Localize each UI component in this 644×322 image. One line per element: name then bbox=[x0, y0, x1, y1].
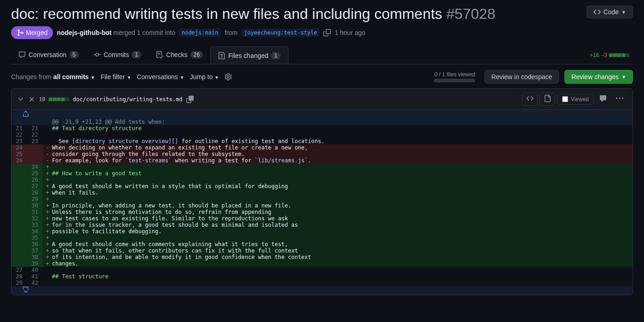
diff-line-added[interactable]: 37+so that when it fails, other contribu… bbox=[12, 247, 632, 254]
diffstat: +16 −3 bbox=[590, 46, 633, 64]
diff-line-deleted[interactable]: 24-When deciding on whether to expand an… bbox=[12, 144, 632, 151]
diff-line[interactable]: 2222 bbox=[12, 132, 632, 138]
review-changes-label: Review changes bbox=[571, 73, 619, 80]
comment-icon bbox=[18, 51, 26, 58]
file-path[interactable]: doc/contributing/writing-tests.md bbox=[73, 96, 182, 103]
tab-commits-label: Commits bbox=[104, 51, 129, 58]
diff-line-added[interactable]: 39+changes. bbox=[12, 260, 632, 267]
progress-bar bbox=[434, 79, 475, 82]
tab-files[interactable]: Files changed 1 bbox=[210, 46, 288, 64]
tab-files-label: Files changed bbox=[228, 52, 268, 59]
expand-down-row[interactable] bbox=[12, 286, 632, 295]
file-sq-add bbox=[61, 98, 65, 101]
all-commits-dropdown[interactable]: all commits ▼ bbox=[53, 73, 95, 80]
diff-line[interactable]: 2121 ## Test directory structure bbox=[12, 125, 632, 132]
diff-line-added[interactable]: 27+A good test should be written in a st… bbox=[12, 183, 632, 190]
gear-icon[interactable] bbox=[224, 73, 232, 80]
diff-line-added[interactable]: 35+ bbox=[12, 235, 632, 241]
tab-checks[interactable]: Checks 26 bbox=[149, 46, 210, 64]
pr-tabs: Conversation 5 Commits 1 Checks 26 Files… bbox=[11, 46, 633, 64]
unfold-down-icon bbox=[22, 286, 29, 293]
viewed-label: Viewed bbox=[571, 96, 589, 103]
file-sq-add bbox=[49, 98, 52, 101]
removed-count: −3 bbox=[601, 52, 607, 58]
expand-up-row[interactable] bbox=[12, 110, 632, 119]
tab-conversation[interactable]: Conversation 5 bbox=[11, 46, 86, 64]
kebab-menu-button[interactable] bbox=[612, 93, 627, 105]
merged-badge: Merged bbox=[11, 26, 53, 39]
diff-line[interactable]: 2942 bbox=[12, 280, 632, 286]
diff-line-added[interactable]: 31+Unless there is strong motivation to … bbox=[12, 209, 632, 215]
diff-line-added[interactable]: 36+A good test should come with comments… bbox=[12, 241, 632, 247]
base-branch[interactable]: nodejs:main bbox=[179, 29, 221, 37]
display-source-button[interactable] bbox=[522, 92, 538, 106]
diff-table: @@ -21,9 +21,22 @@ Add tests when: 2121 … bbox=[12, 110, 632, 295]
diff-toolbar: Changes from all commits ▼ File filter ▼… bbox=[11, 70, 633, 84]
tab-conversation-label: Conversation bbox=[29, 51, 67, 58]
copy-path-icon[interactable] bbox=[186, 96, 194, 103]
display-rendered-button[interactable] bbox=[540, 92, 555, 106]
files-viewed-progress: 0 / 1 files viewed bbox=[434, 71, 475, 82]
diff-line[interactable]: 2841 ## Test structure bbox=[12, 273, 632, 280]
file-header: 19 doc/contributing/writing-tests.md Vie… bbox=[12, 89, 632, 110]
diff-line-added[interactable]: 38+of its intention, and be able to modi… bbox=[12, 254, 632, 260]
checklist-icon bbox=[156, 51, 163, 58]
viewed-checkbox-input[interactable] bbox=[562, 96, 568, 102]
diff-line-added[interactable]: 32+new test cases to an existing file. S… bbox=[12, 215, 632, 222]
code-button-label: Code bbox=[604, 8, 619, 16]
caret-down-icon: ▼ bbox=[621, 10, 626, 15]
comment-button[interactable] bbox=[596, 93, 610, 105]
code-icon bbox=[593, 8, 601, 16]
tab-files-count: 1 bbox=[271, 52, 281, 59]
chevron-down-icon[interactable] bbox=[17, 96, 24, 103]
diff-line[interactable]: 2323 See [directory structure overview][… bbox=[12, 138, 632, 144]
file-sq-add bbox=[57, 98, 61, 101]
expand-all-icon[interactable] bbox=[28, 96, 35, 103]
diff-line-added[interactable]: 34+possible to facilitate debugging. bbox=[12, 228, 632, 235]
review-codespace-button[interactable]: Review in codespace bbox=[484, 70, 559, 84]
diff-line-added[interactable]: 25+## How to write a good test bbox=[12, 170, 632, 177]
review-changes-button[interactable]: Review changes ▼ bbox=[564, 70, 633, 84]
file-icon bbox=[544, 95, 551, 102]
copy-icon[interactable] bbox=[323, 29, 331, 36]
diff-line-added[interactable]: 29+ bbox=[12, 196, 632, 202]
diff-line-added[interactable]: 30+In principle, when adding a new test,… bbox=[12, 202, 632, 209]
progress-text: 0 / 1 files viewed bbox=[434, 71, 475, 78]
pr-title-text: doc: recommend writing tests in new file… bbox=[11, 6, 442, 22]
diffsq-neutral bbox=[626, 53, 629, 57]
diff-line-added[interactable]: 28+when it fails. bbox=[12, 190, 632, 196]
author-link[interactable]: nodejs-github-bot bbox=[57, 29, 111, 36]
kebab-icon bbox=[616, 95, 623, 102]
merge-icon bbox=[17, 29, 24, 36]
file-diff-icon bbox=[218, 52, 225, 59]
diff-line-added[interactable]: 26+ bbox=[12, 177, 632, 183]
diffsq-add bbox=[613, 53, 617, 57]
hunk-header: @@ -21,9 +21,22 @@ Add tests when: bbox=[12, 119, 632, 125]
conversations-dropdown[interactable]: Conversations ▼ bbox=[137, 73, 184, 80]
diff-line[interactable]: 2740 bbox=[12, 267, 632, 273]
tab-commits[interactable]: Commits 1 bbox=[86, 46, 149, 64]
file-sq-add bbox=[53, 98, 57, 101]
comment-icon bbox=[599, 95, 607, 102]
pr-meta: Merged nodejs-github-bot merged 1 commit… bbox=[11, 26, 633, 39]
diff-line-deleted[interactable]: 26-For example, look for `test-streams` … bbox=[12, 157, 632, 164]
diff-line-added[interactable]: 33+for in the issue tracker, a good test… bbox=[12, 222, 632, 228]
file-sq-neutral bbox=[65, 98, 69, 101]
diff-line-added[interactable]: 24+ bbox=[12, 164, 632, 170]
jump-to-dropdown[interactable]: Jump to ▼ bbox=[190, 73, 219, 80]
added-count: +16 bbox=[590, 52, 599, 58]
code-button[interactable]: Code ▼ bbox=[586, 6, 633, 18]
from-word: from bbox=[224, 29, 237, 36]
changes-from-label: Changes from bbox=[11, 73, 52, 80]
unfold-up-icon bbox=[22, 110, 29, 117]
tab-checks-count: 26 bbox=[190, 51, 203, 58]
pr-time: 1 hour ago bbox=[334, 29, 365, 36]
tab-commits-count: 1 bbox=[132, 51, 141, 58]
file-diff: 19 doc/contributing/writing-tests.md Vie… bbox=[11, 88, 633, 295]
viewed-checkbox[interactable]: Viewed bbox=[557, 94, 594, 105]
file-filter-dropdown[interactable]: File filter ▼ bbox=[101, 73, 132, 80]
diff-line-deleted[interactable]: 25-consider going through the files rela… bbox=[12, 151, 632, 157]
head-branch[interactable]: joyeecheung:test-style bbox=[241, 29, 320, 37]
merged-label: Merged bbox=[26, 29, 47, 36]
commit-icon bbox=[93, 51, 101, 58]
